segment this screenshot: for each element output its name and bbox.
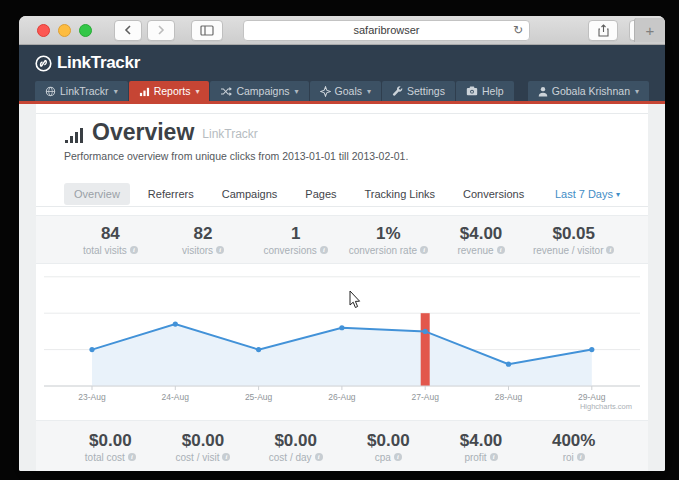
bottom-stats-band: $0.00total costi$0.00cost / visiti$0.00c… [36, 420, 648, 471]
tab-referrers[interactable]: Referrers [138, 183, 204, 205]
info-icon[interactable]: i [222, 453, 230, 461]
annotation-column[interactable] [421, 313, 430, 386]
x-axis-label: 29-Aug [578, 392, 606, 402]
browser-toolbar: safaribrowser ↻ + [19, 16, 665, 45]
page-title-suffix: LinkTrackr [202, 127, 258, 144]
page-subtitle: Performance overview from unique clicks … [64, 150, 408, 162]
info-icon[interactable]: i [315, 453, 323, 461]
camera-icon [466, 86, 478, 96]
divider [36, 113, 648, 114]
nav-item-label: Settings [407, 85, 445, 97]
stat-value: 1% [342, 224, 435, 243]
data-point[interactable] [89, 347, 94, 352]
stat-value: $4.00 [435, 431, 528, 450]
info-icon[interactable]: i [394, 453, 402, 461]
nav-item-settings[interactable]: Settings [382, 81, 455, 101]
data-point[interactable] [589, 347, 594, 352]
new-tab-button[interactable]: + [634, 18, 665, 42]
stat-label: cost / visit [176, 452, 220, 463]
data-point[interactable] [173, 322, 178, 327]
stat-label: profit [464, 452, 486, 463]
top-stats-band: 84total visitsi82visitorsi1conversionsi1… [36, 215, 648, 264]
data-point[interactable] [256, 347, 261, 352]
info-icon[interactable]: i [420, 246, 428, 254]
period-selector-label: Last 7 Days [555, 188, 613, 200]
period-selector[interactable]: Last 7 Days ▾ [555, 188, 620, 200]
stat-total-visits: 84total visitsi [64, 224, 157, 256]
stat-visitors: 82visitorsi [157, 224, 250, 256]
page-title-icon [64, 126, 84, 144]
stat-value: $0.05 [527, 224, 620, 243]
info-icon[interactable]: i [130, 246, 138, 254]
info-icon[interactable]: i [490, 453, 498, 461]
stat-value: $4.00 [435, 224, 528, 243]
caret-down-icon: ▾ [367, 87, 371, 96]
tab-campaigns[interactable]: Campaigns [212, 183, 288, 205]
user-icon [538, 86, 548, 97]
info-icon[interactable]: i [497, 246, 505, 254]
stat-label: total cost [85, 452, 125, 463]
brand-name: LinkTrackr [57, 53, 140, 73]
share-icon [598, 24, 609, 37]
brand-logo[interactable]: LinkTrackr [35, 53, 140, 73]
stat-label: conversion rate [349, 245, 417, 256]
chevron-right-icon [156, 24, 166, 36]
caret-down-icon: ▾ [295, 87, 299, 96]
forward-button[interactable] [147, 20, 175, 41]
nav-item-label: Campaigns [236, 85, 289, 97]
stat-profit: $4.00profiti [435, 431, 528, 463]
wrench-icon [392, 86, 403, 97]
nav-item-goals[interactable]: Goals▾ [310, 81, 381, 101]
stat-value: $0.00 [64, 431, 157, 450]
back-button[interactable] [114, 20, 142, 41]
share-button[interactable] [588, 20, 618, 41]
sidebar-toggle-button[interactable] [191, 20, 223, 41]
x-axis-label: 25-Aug [245, 392, 273, 402]
address-bar[interactable]: safaribrowser ↻ [243, 20, 530, 41]
tab-pages[interactable]: Pages [295, 183, 346, 205]
info-icon[interactable]: i [216, 246, 224, 254]
visits-chart: 23-Aug24-Aug25-Aug26-Aug27-Aug28-Aug29-A… [36, 264, 648, 420]
stat-label: conversions [264, 245, 317, 256]
info-icon[interactable]: i [320, 246, 328, 254]
data-point[interactable] [423, 329, 428, 334]
sidebar-icon [200, 25, 214, 36]
nav-item-linktrackr[interactable]: LinkTrackr▾ [35, 81, 128, 101]
stat-value: 400% [527, 431, 620, 450]
caret-down-icon: ▾ [114, 87, 118, 96]
data-point[interactable] [506, 362, 511, 367]
caret-down-icon: ▾ [616, 190, 620, 199]
info-icon[interactable]: i [128, 453, 136, 461]
stat-cpa: $0.00cpai [342, 431, 435, 463]
plus-icon: + [646, 22, 655, 39]
stat-label: revenue / visitor [533, 245, 604, 256]
chart-canvas[interactable]: 23-Aug24-Aug25-Aug26-Aug27-Aug28-Aug29-A… [36, 264, 648, 420]
nav-item-campaigns[interactable]: Campaigns▾ [210, 81, 308, 101]
info-icon[interactable]: i [577, 453, 585, 461]
zoom-window-button[interactable] [79, 24, 92, 37]
stat-total-cost: $0.00total costi [64, 431, 157, 463]
tab-conversions[interactable]: Conversions [453, 183, 534, 205]
caret-down-icon: ▾ [195, 87, 199, 96]
nav-item-help[interactable]: Help [456, 81, 514, 101]
stat-roi: 400%roii [527, 431, 620, 463]
stat-label: visitors [182, 245, 213, 256]
site-header: LinkTrackr [19, 45, 665, 81]
tab-overview[interactable]: Overview [64, 183, 130, 205]
nav-item-reports[interactable]: Reports▾ [129, 81, 210, 101]
nav-item-label: Reports [154, 85, 191, 97]
shuffle-icon [220, 86, 232, 97]
user-menu[interactable]: Gobala Krishnan ▾ [528, 81, 649, 101]
close-window-button[interactable] [37, 24, 50, 37]
reload-button[interactable]: ↻ [513, 22, 523, 39]
globe-icon [45, 86, 56, 97]
info-icon[interactable]: i [606, 246, 614, 254]
report-tabs: OverviewReferrersCampaignsPagesTracking … [64, 183, 620, 205]
data-point[interactable] [339, 325, 344, 330]
nav-item-label: LinkTrackr [60, 85, 109, 97]
tab-tracking-links[interactable]: Tracking Links [355, 183, 446, 205]
stat-cost-day: $0.00cost / dayi [249, 431, 342, 463]
minimize-window-button[interactable] [58, 24, 71, 37]
stat-label: cost / day [269, 452, 312, 463]
chart-credit[interactable]: Highcharts.com [580, 402, 632, 411]
